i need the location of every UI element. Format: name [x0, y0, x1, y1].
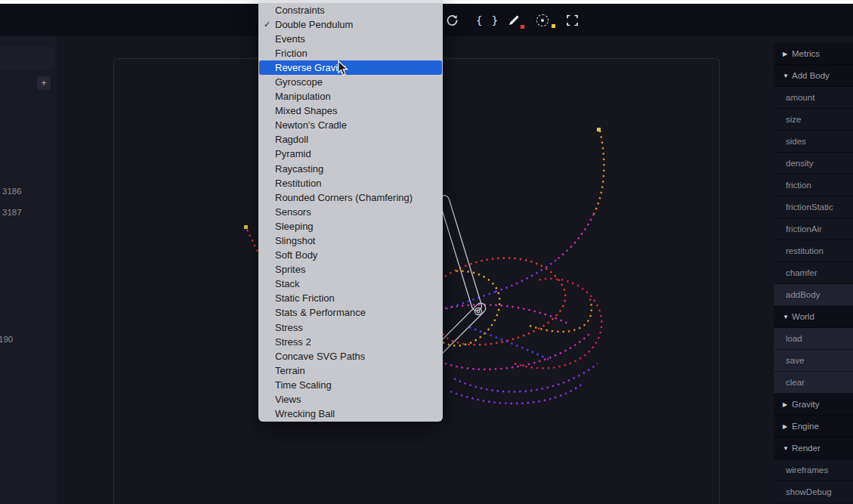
menu-item[interactable]: Rounded Corners (Chamfering) [258, 190, 443, 205]
datgui-panel: ▶Metrics▼Add Bodyamountsizesidesdensityf… [774, 43, 853, 504]
metric-value: 3187 [2, 208, 22, 217]
menu-item[interactable]: Mixed Shapes [258, 104, 443, 118]
gui-row-frictionAir[interactable]: frictionAir [774, 218, 853, 240]
menu-item[interactable]: Wrecking Ball [258, 407, 443, 421]
menu-item[interactable]: Stats & Performance [258, 305, 443, 320]
menu-item[interactable]: Time Scaling [258, 378, 443, 392]
gui-folder-world[interactable]: ▼World [774, 306, 853, 328]
gui-row-friction[interactable]: friction [774, 175, 853, 196]
gui-row-label: Gravity [792, 400, 819, 409]
menu-item[interactable]: Constraints [258, 3, 443, 17]
gui-row-label: Render [792, 444, 821, 453]
menu-item[interactable]: Pyramid [258, 147, 443, 161]
menu-item[interactable]: Reverse Gravity [259, 60, 442, 75]
chevron-down-icon: ▼ [783, 314, 792, 320]
gui-row-label: friction [786, 181, 811, 190]
gui-row-frictionStatic[interactable]: frictionStatic [774, 196, 853, 218]
refresh-icon [446, 14, 459, 26]
gui-row-clear[interactable]: clear [774, 372, 853, 394]
menu-item[interactable]: Static Friction [258, 291, 443, 305]
gui-row-load[interactable]: load [774, 328, 853, 350]
gui-folder-engine[interactable]: ▶Engine [774, 416, 853, 438]
gui-folder-add-body[interactable]: ▼Add Body [774, 65, 853, 87]
gui-row-save[interactable]: save [774, 350, 853, 372]
fullscreen-icon [567, 14, 578, 26]
gui-row-label: Metrics [792, 49, 820, 58]
code-icon[interactable]: { } [476, 14, 499, 26]
chevron-right-icon: ▶ [783, 423, 792, 430]
chevron-down-icon: ▼ [783, 445, 792, 452]
menu-item[interactable]: Sprites [258, 262, 443, 277]
gui-row-label: amount [786, 93, 814, 102]
gui-row-label: wireframes [786, 465, 828, 475]
gui-row-label: addBody [786, 290, 820, 299]
checkmark-icon: ✓ [264, 17, 270, 32]
gui-row-label: size [786, 115, 801, 124]
menu-item[interactable]: Sensors [258, 205, 443, 219]
gui-row-addBody[interactable]: addBody [774, 284, 853, 306]
gui-row-label: chamfer [786, 268, 817, 277]
demo-select-dropdown: Constraints✓Double PendulumEventsFrictio… [258, 0, 443, 422]
gui-row-label: density [786, 159, 813, 168]
left-panel: + 3186 3187 190 [0, 36, 57, 504]
menu-item[interactable]: Raycasting [258, 162, 443, 176]
gui-row-label: frictionStatic [786, 203, 833, 212]
menu-item[interactable]: Soft Body [258, 248, 443, 262]
gui-row-label: Add Body [792, 71, 830, 80]
gui-row-label: load [786, 334, 802, 343]
gui-row-chamfer[interactable]: chamfer [774, 262, 853, 284]
chevron-right-icon: ▶ [783, 51, 792, 57]
gui-row-sides[interactable]: sides [774, 131, 853, 153]
gui-row-density[interactable]: density [774, 153, 853, 175]
gui-row-label: restitution [786, 246, 824, 255]
menu-item[interactable]: ✓Double Pendulum [258, 17, 443, 32]
settings-badge-dot [552, 24, 555, 28]
gui-row-label: frictionAir [786, 224, 822, 233]
left-panel-box [0, 47, 54, 70]
menu-item[interactable]: Terrain [258, 363, 443, 378]
menu-item[interactable]: Manipulation [258, 89, 443, 104]
menu-item[interactable]: Stack [258, 277, 443, 291]
menu-item[interactable]: Sleeping [258, 219, 443, 233]
menu-item[interactable]: Restitution [258, 176, 443, 190]
gui-row-wireframes[interactable]: wireframes [774, 459, 853, 481]
menu-item[interactable]: Events [258, 32, 443, 46]
settings-button[interactable] [536, 14, 549, 26]
gui-row-label: World [792, 312, 814, 321]
menu-item[interactable]: Gyroscope [258, 75, 443, 89]
gui-row-showDebug[interactable]: showDebug [774, 481, 853, 503]
gui-row-label: save [786, 356, 804, 365]
metric-value: 190 [0, 335, 13, 344]
fullscreen-button[interactable] [567, 14, 578, 26]
menu-item[interactable]: Newton's Cradle [258, 118, 443, 132]
menu-item[interactable]: Concave SVG Paths [258, 349, 443, 363]
gui-row-label: sides [786, 137, 806, 146]
gui-folder-metrics[interactable]: ▶Metrics [774, 43, 853, 65]
add-button[interactable]: + [37, 76, 51, 90]
menu-item[interactable]: Ragdoll [258, 132, 443, 147]
gui-row-label: Engine [792, 422, 819, 431]
refresh-button[interactable] [446, 14, 459, 26]
gui-row-label: showDebug [786, 487, 832, 496]
gui-row-restitution[interactable]: restitution [774, 240, 853, 262]
menu-item[interactable]: Views [258, 392, 443, 407]
gui-row-label: clear [786, 378, 805, 387]
menu-item[interactable]: Slingshot [258, 233, 443, 248]
menu-item[interactable]: Stress 2 [258, 335, 443, 349]
menu-item[interactable]: Stress [258, 320, 443, 335]
metric-value: 3186 [2, 187, 22, 196]
menu-item[interactable]: Friction [258, 46, 443, 60]
gui-folder-render[interactable]: ▼Render [774, 438, 853, 459]
gui-folder-gravity[interactable]: ▶Gravity [774, 394, 853, 416]
mouse-cursor [338, 60, 349, 79]
chevron-right-icon: ▶ [783, 401, 792, 408]
pencil-icon [508, 14, 520, 26]
target-icon [536, 14, 549, 26]
gui-row-size[interactable]: size [774, 109, 853, 131]
gui-row-amount[interactable]: amount [774, 87, 853, 109]
edit-badge-dot [521, 25, 524, 29]
chevron-down-icon: ▼ [783, 73, 792, 79]
edit-button[interactable] [508, 14, 520, 26]
